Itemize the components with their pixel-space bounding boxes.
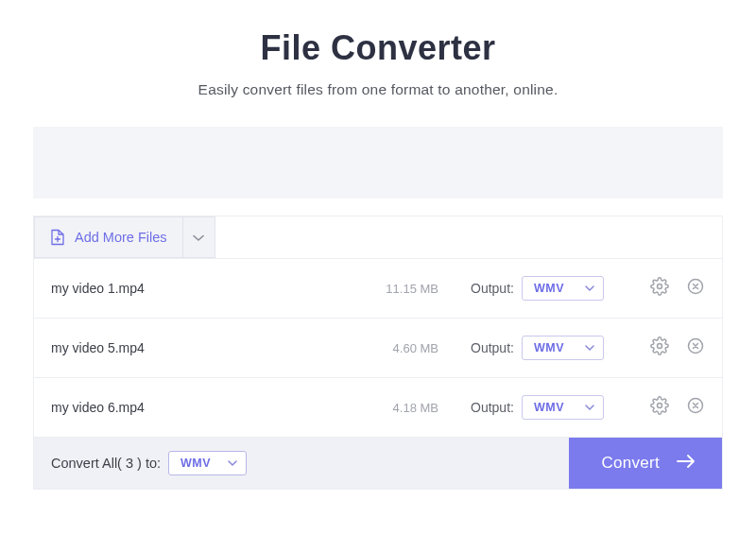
svg-point-4: [658, 404, 662, 408]
file-panel: Add More Files my video 1.mp4 11.15 MB O…: [33, 216, 723, 490]
output-format-select[interactable]: WMV: [522, 395, 604, 420]
settings-button[interactable]: [650, 396, 669, 419]
file-size: 4.18 MB: [353, 401, 438, 415]
settings-button[interactable]: [650, 337, 669, 359]
convert-button-label: Convert: [601, 454, 660, 473]
output-format-value: WMV: [534, 401, 564, 414]
svg-point-2: [658, 344, 662, 349]
close-circle-icon: [686, 337, 705, 359]
arrow-right-icon: [677, 454, 696, 473]
remove-button[interactable]: [686, 277, 705, 300]
output-label: Output:: [471, 400, 514, 415]
gear-icon: [650, 396, 669, 419]
convert-all-format-select[interactable]: WMV: [168, 451, 247, 475]
chevron-down-icon: [585, 341, 594, 354]
output-format-value: WMV: [534, 341, 564, 354]
file-plus-icon: [50, 229, 65, 246]
output-label: Output:: [471, 340, 514, 355]
table-row: my video 1.mp4 11.15 MB Output: WMV: [34, 259, 722, 319]
file-size: 4.60 MB: [353, 341, 438, 355]
table-row: my video 6.mp4 4.18 MB Output: WMV: [34, 378, 722, 438]
gear-icon: [650, 277, 669, 300]
chevron-down-icon: [585, 401, 594, 414]
chevron-down-icon: [193, 229, 204, 246]
file-size: 11.15 MB: [353, 282, 438, 296]
page-subtitle: Easily convert files from one format to …: [33, 81, 723, 98]
close-circle-icon: [686, 396, 705, 419]
convert-all-format-value: WMV: [180, 457, 211, 470]
convert-all-label: Convert All( 3 ) to:: [51, 456, 161, 471]
convert-all-footer: Convert All( 3 ) to: WMV Convert: [34, 438, 722, 489]
close-circle-icon: [686, 277, 705, 300]
output-format-select[interactable]: WMV: [522, 336, 604, 360]
file-name: my video 1.mp4: [51, 281, 353, 296]
add-more-files-dropdown[interactable]: [183, 216, 215, 258]
table-row: my video 5.mp4 4.60 MB Output: WMV: [34, 319, 722, 378]
add-more-files-button[interactable]: Add More Files: [34, 216, 183, 258]
output-format-value: WMV: [534, 282, 564, 295]
ad-banner: [33, 127, 723, 198]
file-name: my video 5.mp4: [51, 340, 353, 355]
svg-point-0: [658, 285, 662, 289]
output-format-select[interactable]: WMV: [522, 276, 604, 301]
file-name: my video 6.mp4: [51, 400, 353, 415]
gear-icon: [650, 337, 669, 359]
page-title: File Converter: [33, 28, 723, 68]
remove-button[interactable]: [686, 337, 705, 359]
add-files-row: Add More Files: [34, 216, 722, 259]
add-more-files-label: Add More Files: [75, 230, 167, 245]
convert-button[interactable]: Convert: [569, 438, 722, 489]
chevron-down-icon: [585, 282, 594, 295]
chevron-down-icon: [228, 457, 237, 470]
output-label: Output:: [471, 281, 514, 296]
settings-button[interactable]: [650, 277, 669, 300]
remove-button[interactable]: [686, 396, 705, 419]
